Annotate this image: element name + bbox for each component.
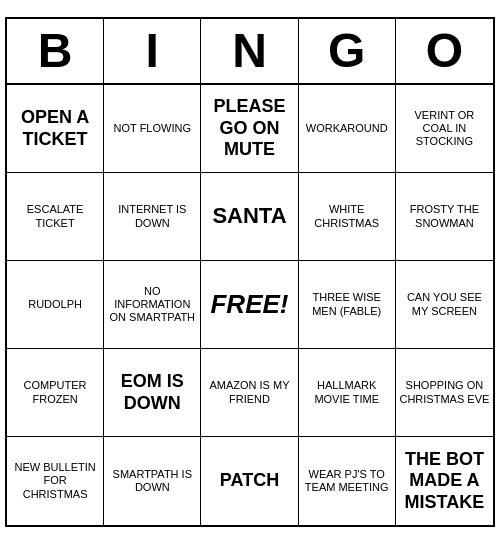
cell-text-5: ESCALATE TICKET — [10, 203, 100, 229]
cell-text-20: NEW BULLETIN FOR CHRISTMAS — [10, 461, 100, 501]
cell-text-8: WHITE CHRISTMAS — [302, 203, 392, 229]
cell-text-15: COMPUTER FROZEN — [10, 379, 100, 405]
cell-text-0: OPEN A TICKET — [10, 107, 100, 150]
bingo-grid: OPEN A TICKETNOT FLOWINGPLEASE GO ON MUT… — [7, 85, 493, 525]
bingo-cell-2: PLEASE GO ON MUTE — [201, 85, 298, 173]
header-g: G — [299, 19, 396, 83]
cell-text-7: SANTA — [212, 203, 286, 229]
header-i: I — [104, 19, 201, 83]
cell-text-18: HALLMARK MOVIE TIME — [302, 379, 392, 405]
bingo-cell-15: COMPUTER FROZEN — [7, 349, 104, 437]
bingo-cell-24: THE BOT MADE A MISTAKE — [396, 437, 493, 525]
cell-text-13: THREE WISE MEN (FABLE) — [302, 291, 392, 317]
bingo-cell-14: CAN YOU SEE MY SCREEN — [396, 261, 493, 349]
header-n: N — [201, 19, 298, 83]
cell-text-14: CAN YOU SEE MY SCREEN — [399, 291, 490, 317]
cell-text-3: WORKAROUND — [306, 122, 388, 135]
bingo-cell-20: NEW BULLETIN FOR CHRISTMAS — [7, 437, 104, 525]
cell-text-6: INTERNET IS DOWN — [107, 203, 197, 229]
cell-text-21: SMARTPATH IS DOWN — [107, 468, 197, 494]
bingo-cell-19: SHOPPING ON CHRISTMAS EVE — [396, 349, 493, 437]
cell-text-12: Free! — [210, 289, 288, 320]
bingo-cell-1: NOT FLOWING — [104, 85, 201, 173]
cell-text-24: THE BOT MADE A MISTAKE — [399, 449, 490, 514]
cell-text-16: EOM IS DOWN — [107, 371, 197, 414]
bingo-header: B I N G O — [7, 19, 493, 85]
bingo-cell-22: PATCH — [201, 437, 298, 525]
cell-text-4: VERINT OR COAL IN STOCKING — [399, 109, 490, 149]
bingo-cell-8: WHITE CHRISTMAS — [299, 173, 396, 261]
bingo-cell-6: INTERNET IS DOWN — [104, 173, 201, 261]
cell-text-11: NO INFORMATION ON SMARTPATH — [107, 285, 197, 325]
bingo-cell-3: WORKAROUND — [299, 85, 396, 173]
cell-text-19: SHOPPING ON CHRISTMAS EVE — [399, 379, 490, 405]
header-o: O — [396, 19, 493, 83]
cell-text-1: NOT FLOWING — [114, 122, 191, 135]
bingo-cell-7: SANTA — [201, 173, 298, 261]
bingo-cell-12: Free! — [201, 261, 298, 349]
bingo-cell-18: HALLMARK MOVIE TIME — [299, 349, 396, 437]
cell-text-23: WEAR PJ'S TO TEAM MEETING — [302, 468, 392, 494]
bingo-cell-23: WEAR PJ'S TO TEAM MEETING — [299, 437, 396, 525]
cell-text-22: PATCH — [220, 470, 279, 492]
cell-text-10: RUDOLPH — [28, 298, 82, 311]
bingo-card: B I N G O OPEN A TICKETNOT FLOWINGPLEASE… — [5, 17, 495, 527]
header-b: B — [7, 19, 104, 83]
bingo-cell-5: ESCALATE TICKET — [7, 173, 104, 261]
bingo-cell-16: EOM IS DOWN — [104, 349, 201, 437]
cell-text-2: PLEASE GO ON MUTE — [204, 96, 294, 161]
bingo-cell-13: THREE WISE MEN (FABLE) — [299, 261, 396, 349]
bingo-cell-10: RUDOLPH — [7, 261, 104, 349]
bingo-cell-11: NO INFORMATION ON SMARTPATH — [104, 261, 201, 349]
bingo-cell-17: AMAZON IS MY FRIEND — [201, 349, 298, 437]
bingo-cell-0: OPEN A TICKET — [7, 85, 104, 173]
cell-text-9: FROSTY THE SNOWMAN — [399, 203, 490, 229]
cell-text-17: AMAZON IS MY FRIEND — [204, 379, 294, 405]
bingo-cell-4: VERINT OR COAL IN STOCKING — [396, 85, 493, 173]
bingo-cell-21: SMARTPATH IS DOWN — [104, 437, 201, 525]
bingo-cell-9: FROSTY THE SNOWMAN — [396, 173, 493, 261]
